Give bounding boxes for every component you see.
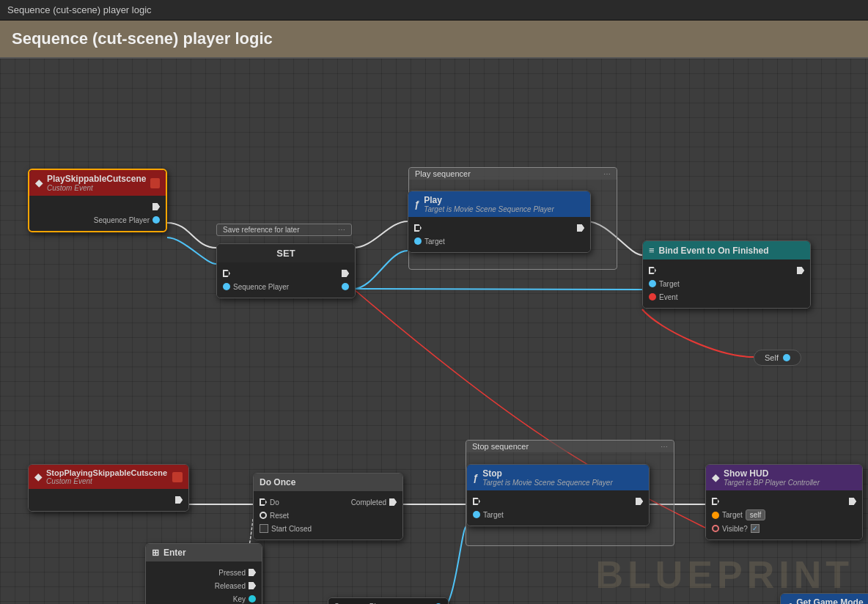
diamond-icon2: ◆ [34,471,42,482]
enter-icon: ⊞ [152,548,159,558]
seq-player-out-pin [152,216,160,224]
target-hud-pin [712,512,719,519]
do-exec-in [260,498,267,506]
function-icon3: ƒ [787,601,792,604]
start-closed-checkbox[interactable] [260,524,268,533]
node-play[interactable]: ƒ Play Target is Movie Scene Sequence Pl… [408,191,591,253]
exec-in-hud [712,498,719,505]
node-stop-playing[interactable]: ◆ StopPlayingSkippableCutscene Custom Ev… [28,464,189,512]
watermark: BLUEPRINT [595,553,853,597]
visible-checkbox[interactable]: ✓ [751,524,760,533]
visible-pin [712,525,719,532]
event-in-pin [649,293,656,301]
function-icon: ƒ [414,199,419,210]
node-do-once[interactable]: Do Once Do Completed Reset [253,473,403,540]
node-do-once-title: Do Once [260,477,295,487]
node-ggm-title: Get Game Mode [796,597,863,604]
exec-output-row [35,200,160,213]
title-bar-label: Sequence (cut-scene) player logic [7,4,152,15]
node-bind-event[interactable]: ≡ Bind Event to On Finished Target [642,240,811,309]
event-indicator [150,178,160,188]
node-stop-title2: Stop [482,468,613,479]
key-pin [249,595,256,603]
node-show-hud[interactable]: ◆ Show HUD Target is BP Player Controlle… [705,464,863,540]
node-play-title: Play [424,195,554,205]
target-in-pin [649,280,656,287]
exec-out-pin [342,270,349,277]
bind-icon: ≡ [649,245,655,256]
node-play-skippable-cutscene[interactable]: ◆ PlaySkippableCutscene Custom Event Seq… [28,169,167,232]
node-enter[interactable]: ⊞ Enter Pressed Released [145,543,262,604]
event-indicator2 [172,472,183,482]
self-out-pin [783,354,790,361]
node-title: PlaySkippableCutscene [47,174,146,184]
diamond-icon3: ◆ [712,472,719,483]
exec-out-hud [849,498,856,505]
node-self[interactable]: Self [754,350,801,366]
exec-out-pin [175,496,183,504]
node-stop-title: StopPlayingSkippableCutscene [46,468,167,477]
target-in-pin2 [473,511,480,518]
exec-in-pin [649,267,656,274]
exec-out-pin [152,203,160,210]
sequence-player-output-row: Sequence Player [35,213,160,226]
target-in-pin [414,237,422,245]
node-seq-player-var[interactable]: Sequence Player [328,597,449,604]
released-pin [249,582,256,589]
completed-out [389,498,397,506]
diamond-icon: ◆ [35,177,43,188]
page-heading: Sequence (cut-scene) player logic [0,21,868,59]
node-stop[interactable]: ƒ Stop Target is Movie Scene Sequence Pl… [466,464,650,526]
reset-pin [260,512,267,519]
node-get-game-mode[interactable]: ƒ Get Game Mode My G... [780,593,868,604]
pressed-pin [249,569,256,576]
exec-in-pin [414,224,422,232]
exec-in-pin [223,270,230,277]
blueprint-canvas[interactable]: Play sequencer ⋯ Stop sequencer ⋯ ◆ Play… [0,59,868,604]
function-icon2: ƒ [473,472,478,483]
node-bind-title: Bind Event to On Finished [659,246,769,256]
exec-in-pin2 [473,498,480,505]
node-enter-title: Enter [163,548,186,558]
comment-save-reference: Save reference for later ⋯ [216,224,352,236]
node-show-hud-title: Show HUD [724,468,820,479]
seq-in-pin [223,283,230,290]
node-set[interactable]: SET Sequence Player [216,243,356,298]
title-bar: Sequence (cut-scene) player logic [0,0,868,21]
exec-out-pin [797,267,804,274]
exec-out-pin2 [636,498,643,505]
exec-out-pin [577,224,584,232]
node-set-title: SET [276,248,295,259]
seq-out-pin [342,283,349,290]
self-label: Self [765,353,779,362]
